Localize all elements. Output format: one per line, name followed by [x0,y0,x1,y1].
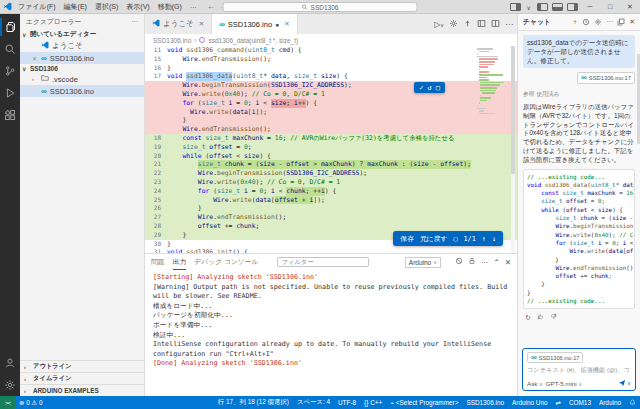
status-item[interactable]: スペース: 4 [293,398,334,407]
send-button[interactable]: ∨ [618,379,631,387]
thumb-up-icon[interactable] [537,313,544,322]
activity-extensions-icon[interactable] [0,104,20,126]
command-center-search[interactable]: SSD1306 [223,2,418,12]
code-editor[interactable]: 11void ssd1306_command(uint8_t cmd) {15 … [145,46,517,253]
discard-change-button[interactable]: ↺ [428,84,432,92]
close-button[interactable]: ✕ [620,0,640,14]
file-reference-chip[interactable]: ∞SSD1306.ino:17 [577,72,635,84]
chat-input-placeholder[interactable]: コンテキスト (#)、拡張機能 (@)、コマンド... [527,366,631,375]
sidebar-more-icon[interactable]: ⋯ [131,18,138,26]
activity-explorer-icon[interactable] [0,16,20,38]
code-line: } [145,116,517,125]
undo-button[interactable]: 元に戻す [420,234,448,244]
layout-icon[interactable] [477,19,486,30]
upload-icon[interactable] [463,19,472,30]
status-item[interactable]: Arduino [595,399,625,406]
output-log[interactable]: [Starting] Analyzing sketch 'SSD1306.ino… [145,270,517,396]
folder-header[interactable]: ∨SSD1306 [20,64,144,73]
status-item[interactable]: COM13 [565,399,595,406]
menu-item-1[interactable]: 編集(E) [60,2,91,12]
tab-SSD1306.ino[interactable]: ∞SSD1306.ino●✕ [212,14,298,34]
activity-run-debug-icon[interactable] [0,82,20,104]
output-filter-input[interactable]: フィルター [277,257,369,267]
clear-icon[interactable] [455,257,463,267]
lock-icon[interactable] [468,257,476,267]
menu-item-3[interactable]: 表示(V) [122,2,153,12]
used-references[interactable]: 参照 使用済み [523,90,635,99]
panel-tab-問題[interactable]: 問題 [151,255,165,270]
close-icon[interactable]: ✕ [32,55,38,62]
file-tree-item[interactable]: ›.vscode [20,73,144,85]
menu-item-0[interactable]: ファイル(F) [14,2,60,12]
activity-bar [0,14,20,396]
title-bar: ファイル(F)編集(E)選択(S)表示(V)移動(G)… ←→ SSD1306 … [0,0,640,14]
minimize-button[interactable]: ─ [580,0,600,14]
plus-icon[interactable]: ＋ [571,17,578,27]
context-chip[interactable]: ∞SSD1306.ino:17 [527,352,583,363]
model-selector[interactable]: GPT-5 mini ∨ [546,380,582,387]
activity-source-control-icon[interactable] [0,60,20,82]
layout-dropdown-icon[interactable]: ∨ [527,4,531,11]
menu-item-2[interactable]: 選択(S) [91,2,122,12]
chevron-up-icon[interactable]: ⌃ [493,258,499,267]
sidebar-section-ARDUINO EXAMPLES[interactable]: ›ARDUINO EXAMPLES [20,384,144,396]
maximize-button[interactable]: □ [600,0,620,14]
menu-item-4[interactable]: 移動(G) [154,2,186,12]
mode-selector[interactable]: Ask ∨ [527,380,543,387]
toggle-secondary-sidebar-icon[interactable] [567,3,578,11]
settings-icon[interactable] [449,19,458,30]
status-item[interactable]: UTF-8 [334,399,360,406]
expand-icon[interactable] [617,18,625,27]
open-editor-item[interactable]: ✕∞SSD1306.ino [20,52,144,64]
status-item[interactable] [625,399,640,406]
editor-scrollbar[interactable] [511,46,515,253]
more-icon[interactable]: ⋯ [481,258,489,267]
close-icon[interactable]: ✕ [629,18,635,26]
accept-change-button[interactable]: ✓ [419,84,423,92]
next-change-button[interactable]: ↓ [492,235,496,243]
toggle-sidebar-icon[interactable] [537,3,548,11]
close-icon[interactable]: ✕ [199,20,204,28]
activity-account-icon[interactable] [0,352,20,374]
output-channel-select[interactable]: Arduino∨ [405,257,441,268]
save-button[interactable]: 保存 [400,234,414,244]
chat-code-line: Wire.endTransmission(); [527,264,634,272]
customize-layout-icon[interactable] [510,3,521,11]
history-icon[interactable] [582,18,590,27]
status-item[interactable]: ⇄ [552,399,565,407]
remote-indicator[interactable]: >< [0,396,15,409]
close-icon[interactable]: ✕ [284,20,289,28]
activity-settings-icon[interactable] [0,374,20,396]
tab-ようこそ[interactable]: ようこそ✕ [145,14,212,34]
settings-icon[interactable] [594,18,602,27]
status-item[interactable]: SSD1306.ino [462,399,508,406]
split-icon[interactable] [491,19,500,30]
status-item[interactable]: ⌁<Select Programmer> [386,399,462,406]
chat-body[interactable]: ssd1306_dataでのデータ送信時にデータが一部しか送信されません。修正し… [518,31,640,346]
file-tree-item[interactable]: ∞SSD1306.ino [20,85,144,97]
retry-icon[interactable]: ↻ [525,313,531,322]
more-icon[interactable]: ⋯ [505,20,513,29]
breadcrumb[interactable]: SSD1306.ino › ssd1306_data(uint8_t *, si… [145,34,517,46]
status-item[interactable]: {} C++ [360,399,386,406]
status-item[interactable]: Arduino Uno [508,399,552,406]
prev-change-button[interactable]: ↑ [482,235,486,243]
chat-input-box[interactable]: ∞SSD1306.ino:17 コンテキスト (#)、拡張機能 (@)、コマンド… [522,348,636,391]
problems-status[interactable]: ⊗ 0 ⚠ 0 [15,399,47,407]
sidebar-section-タイムライン[interactable]: ›タイムライン [20,372,144,384]
minimap[interactable] [477,48,503,115]
more-icon[interactable]: ⋯ [606,18,613,26]
open-file-button[interactable]: ▢ [436,84,440,92]
status-item[interactable]: 行 17、列 18 (12 個選択) [214,398,293,407]
close-icon[interactable]: ✕ [505,258,511,267]
thumb-down-icon[interactable] [550,313,557,322]
menu-item-5[interactable]: … [186,2,201,12]
panel-tab-デバッグ コンソール[interactable]: デバッグ コンソール [194,255,258,270]
run-icon[interactable]: ▷∨ [434,20,444,29]
panel-tab-出力[interactable]: 出力 [173,255,187,270]
sidebar-section-アウトライン[interactable]: ›アウトライン [20,360,144,372]
activity-search-icon[interactable] [0,38,20,60]
open-editors-header[interactable]: ∨開いているエディター [20,29,144,40]
open-editor-item[interactable]: ようこそ [20,40,144,52]
toggle-panel-icon[interactable] [552,3,563,11]
